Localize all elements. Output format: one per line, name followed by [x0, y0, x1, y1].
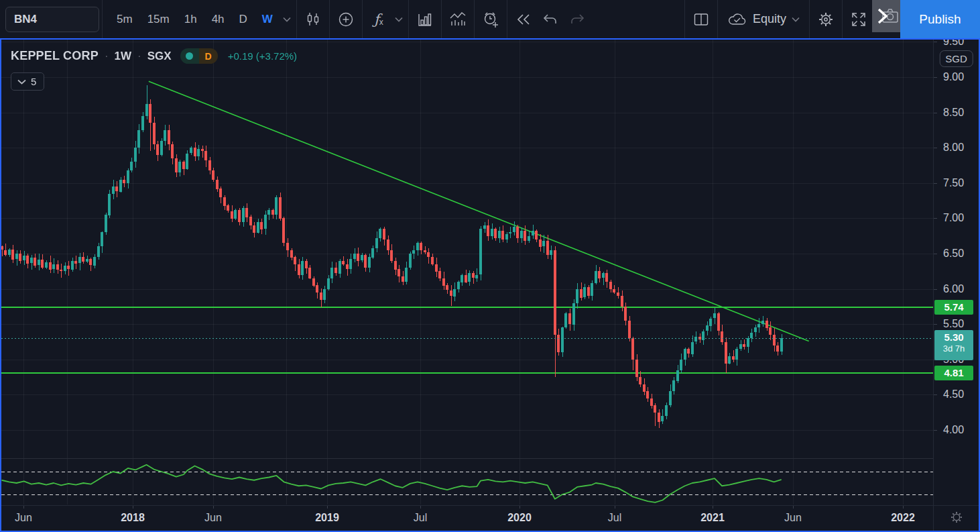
price-axis-label: 9.00: [934, 70, 979, 84]
undo-arrow-icon: [542, 13, 558, 26]
price-axis-label: 8.50: [934, 106, 979, 119]
title-separator: ·: [105, 50, 109, 63]
exchange-label: SGX: [147, 50, 172, 63]
toolbar-divider: [717, 0, 718, 38]
timeframe-group: 5m15m1h4hDW: [109, 0, 280, 38]
axis-settings-corner[interactable]: [933, 505, 979, 531]
layout-name-label: Equity: [753, 12, 786, 26]
indicator-count: 5: [31, 76, 36, 87]
toolbar-divider: [329, 0, 330, 38]
cloud-layout-menu-button[interactable]: Equity: [721, 0, 806, 38]
cloud-check-icon: [727, 12, 747, 27]
price-axis-label: 6.00: [934, 282, 979, 296]
time-axis-tick: [615, 506, 615, 509]
time-axis[interactable]: Jun2018Jun2019Jul2020Jul2021Jun2022: [1, 505, 933, 531]
support-price-badge: 4.81: [934, 366, 973, 380]
timeframe-1h[interactable]: 1h: [177, 0, 204, 38]
price-change-text: +0.19 (+3.72%): [228, 50, 297, 62]
toolbar-divider: [507, 0, 507, 38]
fullscreen-arrows-icon: [850, 11, 867, 28]
indicators-button[interactable]: ƒx: [365, 0, 392, 38]
timeframe-dropdown-chevron-icon[interactable]: [280, 0, 294, 38]
data-mode-pill[interactable]: D: [180, 48, 218, 64]
timeframe-d[interactable]: D: [232, 0, 255, 38]
line-over-bars-icon: [449, 11, 467, 28]
timeframe-w[interactable]: W: [255, 0, 280, 38]
time-axis-tick: [793, 506, 794, 509]
last-price-value: 5.30: [944, 331, 963, 343]
toolbar-divider: [809, 0, 810, 38]
time-axis-label: 2022: [891, 512, 915, 524]
time-axis-tick: [23, 506, 24, 509]
time-axis-label: Jun: [204, 512, 222, 524]
last-price-badge: 5.30 3d 7h: [934, 330, 973, 360]
symbol-text: BN4: [14, 13, 37, 26]
toolbar-divider: [102, 0, 103, 38]
toolbar-divider: [296, 0, 297, 38]
alarm-clock-plus-icon: [482, 11, 499, 28]
top-toolbar: BN4 5m15m1h4hDW ƒx: [0, 0, 980, 38]
fx-icon: ƒ: [374, 11, 379, 28]
indicators-collapse-button[interactable]: 5: [11, 72, 44, 91]
chevron-right-cursor-icon: [873, 7, 891, 28]
time-axis-tick: [133, 506, 133, 509]
axis-settings-gear-icon: [950, 511, 963, 527]
publish-button[interactable]: Publish: [900, 0, 980, 38]
time-axis-tick: [903, 506, 904, 509]
toolbar-divider: [441, 0, 442, 38]
chart-settings-button[interactable]: [812, 0, 839, 38]
price-chart-canvas[interactable]: [1, 40, 933, 504]
currency-badge[interactable]: SGD: [939, 50, 973, 67]
toolbar-divider: [474, 0, 475, 38]
realtime-dot-segment: [180, 48, 199, 64]
redo-arrow-icon: [569, 13, 585, 26]
time-axis-label: 2019: [315, 512, 339, 524]
toolbar-divider: [362, 0, 363, 38]
bar-countdown: 3d 7h: [934, 343, 973, 354]
time-axis-tick: [213, 506, 214, 509]
symbol-title: KEPPEL CORP: [11, 49, 99, 63]
layout-select-button[interactable]: [688, 0, 715, 38]
toolbar-divider: [842, 0, 843, 38]
symbol-search-input[interactable]: BN4: [5, 7, 99, 32]
redo-button[interactable]: [564, 0, 591, 38]
time-axis-label: Jun: [15, 512, 32, 524]
replay-button[interactable]: [510, 0, 537, 38]
chart-style-candles-button[interactable]: [300, 0, 326, 38]
chart-legend[interactable]: KEPPEL CORP · 1W · SGX D +0.19 (+3.72%): [11, 48, 297, 64]
circle-plus-icon: [337, 11, 355, 28]
time-axis-label: Jun: [784, 512, 802, 524]
time-axis-label: 2020: [507, 512, 532, 524]
time-axis-label: 2018: [121, 512, 145, 524]
resistance-price-badge: 5.74: [934, 300, 973, 315]
time-axis-label: Jul: [414, 512, 427, 524]
price-axis-label: 6.50: [934, 247, 979, 260]
price-axis-label: 7.00: [934, 211, 979, 225]
fullscreen-button[interactable]: [845, 0, 872, 38]
interval-label: 1W: [115, 50, 132, 63]
undo-button[interactable]: [537, 0, 564, 38]
time-axis-tick: [519, 506, 520, 509]
realtime-dot-icon: [186, 52, 193, 60]
rewind-icon: [515, 13, 532, 26]
toolbar-divider: [684, 0, 685, 38]
snapshot-button[interactable]: [872, 0, 900, 32]
indicator-templates-button[interactable]: [412, 0, 438, 38]
timeframe-4h[interactable]: 4h: [204, 0, 232, 38]
price-axis[interactable]: SGD 5.74 5.30 3d 7h 4.81 9.509.008.508.0…: [933, 40, 979, 505]
timeframe-5m[interactable]: 5m: [109, 0, 140, 38]
split-layout-icon: [693, 12, 709, 27]
time-axis-tick: [420, 506, 421, 509]
bar-chart-icon: [417, 11, 433, 28]
price-axis-label: 9.50: [934, 40, 979, 48]
chevron-down-icon: [792, 17, 800, 22]
add-alert-button[interactable]: [477, 0, 504, 38]
price-axis-label: 7.50: [934, 176, 979, 190]
chart-area: KEPPEL CORP · 1W · SGX D +0.19 (+3.72%) …: [1, 40, 979, 531]
time-axis-tick: [713, 506, 713, 509]
indicators-dropdown-chevron-icon[interactable]: [392, 0, 406, 38]
price-axis-label: 8.00: [934, 141, 979, 154]
compare-add-button[interactable]: [332, 0, 359, 38]
forecast-line-bars-button[interactable]: [444, 0, 471, 38]
timeframe-15m[interactable]: 15m: [140, 0, 177, 38]
